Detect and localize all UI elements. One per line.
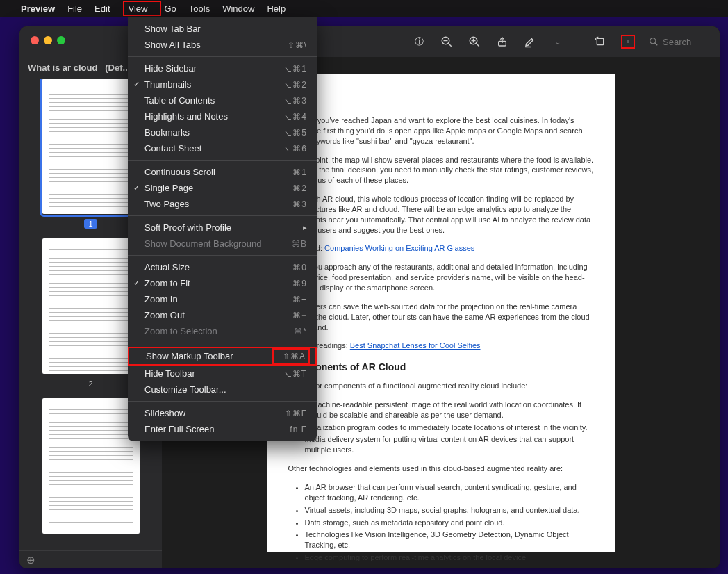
shortcut-highlight xyxy=(272,348,310,364)
svg-rect-9 xyxy=(597,38,603,44)
chevron-down-icon[interactable]: ⌄ xyxy=(551,35,565,49)
page-number-2: 2 xyxy=(88,379,92,388)
list-item: Localization program codes to immediatel… xyxy=(305,423,594,433)
file-menu[interactable]: File xyxy=(67,3,82,14)
zoom-in-icon[interactable] xyxy=(468,35,481,49)
view-menu[interactable]: View xyxy=(123,1,162,16)
zoom-out-icon[interactable] xyxy=(440,35,454,49)
go-menu[interactable]: Go xyxy=(164,3,176,14)
svg-line-12 xyxy=(655,43,658,46)
list-item: Virtual assets, including 3D maps, socia… xyxy=(305,505,594,516)
link-snapchat-lenses[interactable]: Best Snapchat Lenses for Cool Selfies xyxy=(350,341,481,350)
edit-menu[interactable]: Edit xyxy=(94,3,110,14)
body-text: At this point, the map will show several… xyxy=(288,155,594,186)
preview-window: What is ar cloud_ (Def... document.write… xyxy=(19,26,720,568)
rotate-icon[interactable] xyxy=(593,35,607,49)
menu-enter-full-screen[interactable]: Enter Full Screenfn F xyxy=(128,421,317,437)
menu-contact-sheet[interactable]: Contact Sheet⌥⌘6 xyxy=(128,140,317,156)
menu-table-of-contents[interactable]: Table of Contents⌥⌘3 xyxy=(128,92,317,108)
body-text: Also read: Companies Working on Exciting… xyxy=(288,243,594,254)
section-heading: Components of AR Cloud xyxy=(288,361,594,374)
sidebar-footer: ⊕ xyxy=(19,550,162,568)
thumbnail-page-3[interactable]: document.write(Array.from({length:28},(_… xyxy=(42,398,140,534)
list-item: A machine-readable persistent image of t… xyxy=(305,400,594,420)
search-input[interactable] xyxy=(663,37,711,47)
menu-customize-toolbar[interactable]: Customize Toolbar... xyxy=(128,382,317,397)
body-text: The major components of a functional aug… xyxy=(288,381,594,391)
info-icon[interactable]: ⓘ xyxy=(412,35,426,49)
svg-point-11 xyxy=(650,38,656,44)
svg-line-4 xyxy=(476,43,479,47)
menu-actual-size[interactable]: Actual Size⌘0 xyxy=(128,259,317,275)
menu-zoom-to-fit[interactable]: ✓Zoom to Fit⌘9 xyxy=(128,275,317,291)
svg-line-1 xyxy=(448,43,452,47)
menu-zoom-out[interactable]: Zoom Out⌘− xyxy=(128,307,317,323)
body-text: Developers can save the web-sourced data… xyxy=(288,302,594,333)
list-item: An AR browser that can perform visual se… xyxy=(305,482,594,503)
technologies-list: An AR browser that can perform visual se… xyxy=(305,482,594,563)
tools-menu[interactable]: Tools xyxy=(189,3,210,14)
body-text: Related readings: Best Snapchat Lenses f… xyxy=(288,341,594,351)
pdf-page: Imagine you've reached Japan and want to… xyxy=(267,74,615,552)
list-item: Technologies like Vision Intelligence, 3… xyxy=(305,530,594,550)
search-field[interactable] xyxy=(649,37,711,47)
body-text: Other technologies and elements used in … xyxy=(288,464,594,474)
body-text: When you approach any of the restaurants… xyxy=(288,262,594,293)
menu-single-page[interactable]: ✓Single Page⌘2 xyxy=(128,180,317,196)
share-icon[interactable] xyxy=(495,35,509,49)
list-item: Media delivery system for putting virtua… xyxy=(305,434,594,455)
checkmark-icon: ✓ xyxy=(133,279,140,288)
checkmark-icon: ✓ xyxy=(133,183,140,192)
list-item: Edge computing to perform real-time anal… xyxy=(305,552,594,563)
menu-hide-sidebar[interactable]: Hide Sidebar⌥⌘1 xyxy=(128,60,317,76)
toolbar-divider xyxy=(579,35,579,49)
menu-show-doc-background: Show Document Background⌘B xyxy=(128,236,317,252)
thumbnail-page-2[interactable]: document.write(Array.from({length:30},(_… xyxy=(42,238,140,374)
close-window-button[interactable] xyxy=(31,36,39,44)
view-menu-dropdown: Show Tab Bar Show All Tabs⇧⌘\ Hide Sideb… xyxy=(128,17,317,441)
help-menu[interactable]: Help xyxy=(267,3,286,14)
menu-zoom-in[interactable]: Zoom In⌘+ xyxy=(128,291,317,307)
highlight-icon[interactable] xyxy=(523,35,537,49)
body-text: Imagine you've reached Japan and want to… xyxy=(288,115,594,147)
list-item: Data storage, such as metadata repositor… xyxy=(305,518,594,528)
menu-highlights-notes[interactable]: Highlights and Notes⌥⌘4 xyxy=(128,108,317,124)
checkmark-icon: ✓ xyxy=(133,80,140,89)
window-menu[interactable]: Window xyxy=(222,3,254,14)
menu-two-pages[interactable]: Two Pages⌘3 xyxy=(128,196,317,212)
menu-hide-toolbar[interactable]: Hide Toolbar⌥⌘T xyxy=(128,366,317,382)
zoom-window-button[interactable] xyxy=(57,36,65,44)
body-text: Now, with AR cloud, this whole tedious p… xyxy=(288,194,594,235)
markup-icon[interactable] xyxy=(621,35,635,49)
menu-thumbnails[interactable]: ✓Thumbnails⌥⌘2 xyxy=(128,76,317,92)
menu-continuous-scroll[interactable]: Continuous Scroll⌘1 xyxy=(128,164,317,180)
menu-bookmarks[interactable]: Bookmarks⌥⌘5 xyxy=(128,124,317,140)
chevron-right-icon: ▸ xyxy=(303,223,307,232)
add-page-icon[interactable]: ⊕ xyxy=(26,554,35,566)
menu-soft-proof[interactable]: Soft Proof with Profile▸ xyxy=(128,220,317,236)
menu-show-markup-toolbar[interactable]: Show Markup Toolbar ⇧⌘A xyxy=(128,347,317,366)
menu-show-all-tabs[interactable]: Show All Tabs⇧⌘\ xyxy=(128,37,317,53)
page-number-1: 1 xyxy=(84,219,97,229)
app-menu[interactable]: Preview xyxy=(21,3,55,14)
menu-zoom-to-selection: Zoom to Selection⌘* xyxy=(128,323,317,339)
components-list: A machine-readable persistent image of t… xyxy=(305,400,594,455)
link-ar-glasses[interactable]: Companies Working on Exciting AR Glasses xyxy=(324,244,474,252)
search-icon xyxy=(649,37,659,47)
menu-show-tab-bar[interactable]: Show Tab Bar xyxy=(128,21,317,37)
minimize-window-button[interactable] xyxy=(44,36,52,44)
thumbnail-page-1[interactable]: document.write(Array.from({length:30},(_… xyxy=(42,79,140,214)
macos-menubar: Preview File Edit View Go Tools Window H… xyxy=(0,0,728,17)
menu-slideshow[interactable]: Slideshow⇧⌘F xyxy=(128,405,317,421)
